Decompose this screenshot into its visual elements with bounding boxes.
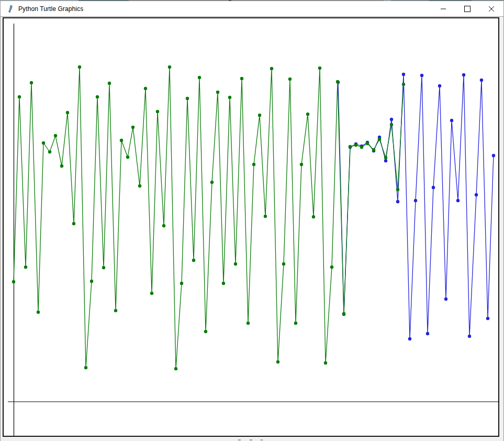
python-feather-icon xyxy=(6,5,15,13)
maximize-button[interactable] xyxy=(455,1,479,16)
close-button[interactable] xyxy=(479,1,503,16)
bottom-edge-artifact xyxy=(237,439,268,440)
titlebar[interactable]: Python Turtle Graphics xyxy=(1,1,503,16)
minimize-icon xyxy=(431,1,455,16)
turtle-graphics-window: Python Turtle Graphics xyxy=(0,0,504,441)
window-title: Python Turtle Graphics xyxy=(18,5,83,13)
titlebar-divider xyxy=(1,16,503,17)
turtle-canvas[interactable] xyxy=(3,17,499,437)
close-icon xyxy=(479,1,503,16)
maximize-icon xyxy=(455,1,479,16)
window-controls xyxy=(431,1,503,16)
canvas-frame xyxy=(1,17,503,441)
window-top-edge-artifact xyxy=(1,0,504,1)
minimize-button[interactable] xyxy=(431,1,455,16)
